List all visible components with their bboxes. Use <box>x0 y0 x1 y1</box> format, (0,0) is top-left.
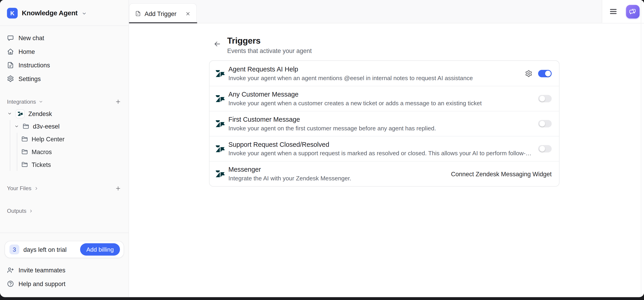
triggers-card: Agent Requests AI Help Invoke your agent… <box>209 61 559 187</box>
tree-item-tickets[interactable]: Tickets <box>0 158 128 171</box>
tree-item-label: Zendesk <box>28 110 52 117</box>
chat-bubble-icon <box>7 35 14 42</box>
sidebar-item-home[interactable]: Home <box>0 45 128 58</box>
trigger-toggle-off[interactable] <box>538 120 552 127</box>
chat-widget-button[interactable] <box>626 5 640 18</box>
chevron-right-icon <box>34 186 38 191</box>
trigger-description: Invoke your agent on the first customer … <box>228 124 533 132</box>
your-files-section-header[interactable]: Your Files <box>0 182 128 195</box>
add-integration-button[interactable] <box>114 98 122 106</box>
trigger-title: Messenger <box>228 165 446 174</box>
trigger-description: Invoke your agent when a customer create… <box>228 99 533 107</box>
folder-icon <box>22 149 28 155</box>
sidebar: K Knowledge Agent New chat <box>0 0 129 297</box>
sidebar-item-new-chat[interactable]: New chat <box>0 31 128 45</box>
invite-teammates-button[interactable]: Invite teammates <box>0 263 128 277</box>
topbar: Add Trigger <box>129 0 644 24</box>
workspace-logo: K <box>7 8 18 18</box>
trigger-settings-gear-icon[interactable] <box>525 70 532 77</box>
integrations-section-header[interactable]: Integrations <box>0 96 128 107</box>
trigger-title: First Customer Message <box>228 115 533 124</box>
trigger-row-agent-requests-ai-help: Agent Requests AI Help Invoke your agent… <box>210 61 559 86</box>
trigger-description: Invoke your agent when a support request… <box>228 149 533 157</box>
user-plus-icon <box>7 267 14 274</box>
document-icon <box>135 11 141 17</box>
trigger-title: Agent Requests AI Help <box>228 65 520 74</box>
connect-zendesk-messaging-widget-link[interactable]: Connect Zendesk Messaging Widget <box>451 170 552 177</box>
sidebar-item-label: Home <box>18 48 35 55</box>
trigger-title: Support Request Closed/Resolved <box>228 140 533 149</box>
topbar-actions <box>602 0 644 23</box>
page-title: Triggers <box>227 35 312 46</box>
add-billing-button[interactable]: Add billing <box>80 243 120 256</box>
footer-item-label: Help and support <box>18 280 66 287</box>
page-header: Triggers Events that activate your agent <box>209 35 559 55</box>
trial-card: 3 days left on trial Add billing <box>4 241 124 258</box>
trial-text: days left on trial <box>24 246 80 253</box>
workspace-switcher[interactable]: K Knowledge Agent <box>0 0 128 19</box>
integrations-tree: Zendesk d3v-eesel Help Center <box>0 107 128 171</box>
chevron-down-icon[interactable] <box>14 124 19 129</box>
chevron-down-icon[interactable] <box>7 111 12 116</box>
toggle-knob <box>539 121 545 127</box>
folder-icon <box>22 123 29 129</box>
zendesk-icon <box>216 69 225 77</box>
workspace-name: Knowledge Agent <box>22 9 77 17</box>
zendesk-icon <box>216 145 225 153</box>
main-content: Triggers Events that activate your agent… <box>129 24 644 297</box>
tree-item-label: Macros <box>32 148 52 155</box>
trial-days-badge: 3 <box>9 244 19 254</box>
zendesk-icon <box>16 109 25 118</box>
chevron-down-icon <box>82 11 87 16</box>
trigger-row-messenger: Messenger Integrate the AI with your Zen… <box>210 161 559 186</box>
your-files-label: Your Files <box>7 185 32 191</box>
close-icon[interactable] <box>184 10 192 17</box>
trigger-description: Integrate the AI with your Zendesk Messe… <box>228 174 446 182</box>
outputs-section-header[interactable]: Outputs <box>0 204 128 218</box>
sidebar-item-label: Instructions <box>18 62 50 69</box>
page-subtitle: Events that activate your agent <box>227 47 312 55</box>
tree-item-help-center[interactable]: Help Center <box>0 133 128 145</box>
outputs-label: Outputs <box>7 208 26 214</box>
folder-icon <box>22 136 28 142</box>
folder-icon <box>22 161 28 168</box>
app-window: K Knowledge Agent New chat <box>0 0 644 297</box>
footer-item-label: Invite teammates <box>18 267 66 274</box>
document-icon <box>7 62 14 69</box>
sidebar-divider <box>0 233 128 233</box>
trigger-toggle-on[interactable] <box>538 70 552 77</box>
add-file-button[interactable] <box>114 184 122 192</box>
menu-icon[interactable] <box>608 7 618 16</box>
tree-item-label: Help Center <box>32 136 64 143</box>
trigger-toggle-off[interactable] <box>538 145 552 152</box>
tab-label: Add Trigger <box>145 10 181 17</box>
scrollbar-track[interactable] <box>641 0 641 297</box>
sidebar-nav: New chat Home Instructions <box>0 31 128 86</box>
tree-item-macros[interactable]: Macros <box>0 145 128 158</box>
toggle-knob <box>545 71 551 76</box>
zendesk-icon <box>216 170 225 178</box>
sidebar-item-instructions[interactable]: Instructions <box>0 59 128 72</box>
tab-add-trigger[interactable]: Add Trigger <box>129 3 197 23</box>
trigger-toggle-off[interactable] <box>538 95 552 102</box>
sidebar-footer: Invite teammates Help and support <box>0 263 128 291</box>
integrations-label: Integrations <box>7 98 36 105</box>
sidebar-item-settings[interactable]: Settings <box>0 72 128 85</box>
trigger-row-support-request-closed: Support Request Closed/Resolved Invoke y… <box>210 136 559 161</box>
zendesk-icon <box>216 95 225 103</box>
tree-item-zendesk[interactable]: Zendesk <box>0 107 128 120</box>
back-arrow-icon[interactable] <box>212 38 223 50</box>
app-stage: K Knowledge Agent New chat <box>0 0 644 300</box>
trigger-title: Any Customer Message <box>228 90 533 99</box>
trigger-row-any-customer-message: Any Customer Message Invoke your agent w… <box>210 86 559 111</box>
help-and-support-button[interactable]: Help and support <box>0 277 128 290</box>
gear-icon <box>7 75 14 82</box>
chevron-down-icon <box>38 99 43 104</box>
tree-item-d3v-eesel[interactable]: d3v-eesel <box>0 120 128 133</box>
toggle-knob <box>539 96 545 101</box>
home-icon <box>7 48 14 55</box>
sidebar-divider <box>0 26 128 26</box>
help-circle-icon <box>7 280 14 287</box>
trigger-description: Invoke your agent when an agent mentions… <box>228 74 520 82</box>
tree-item-label: Tickets <box>32 161 51 168</box>
